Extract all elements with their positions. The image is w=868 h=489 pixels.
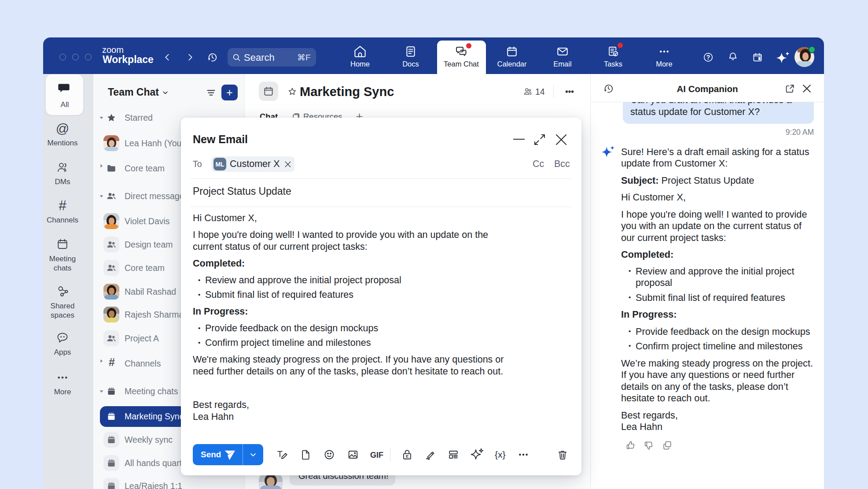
svg-text:E: E xyxy=(406,454,408,459)
svg-text:?: ? xyxy=(706,54,710,61)
